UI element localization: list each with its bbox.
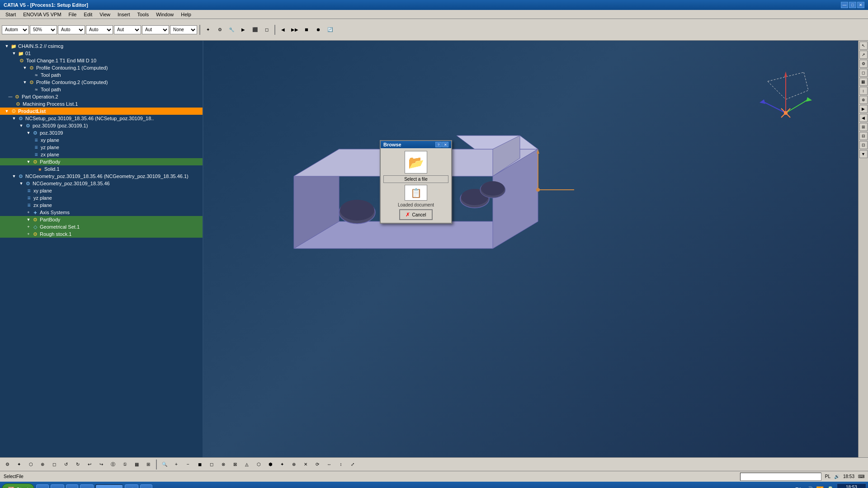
right-btn-10[interactable]: ⊞ xyxy=(859,123,868,131)
tree-item-axissystems[interactable]: + Axis Systems xyxy=(0,209,203,216)
expand-partbody1[interactable]: ▼ xyxy=(25,159,32,165)
taskbar-item-chrome[interactable]: ◎ xyxy=(66,484,78,488)
bottom-btn-10[interactable]: ⓪ xyxy=(108,460,118,469)
right-btn-9[interactable]: ◀ xyxy=(859,114,868,122)
tree-item-zx2[interactable]: zx plane xyxy=(0,202,203,209)
bottom-btn-7[interactable]: ↻ xyxy=(72,460,83,469)
start-button[interactable]: 🪟 Start xyxy=(2,483,34,488)
tree-item-profile1[interactable]: ▼ Profile Contouring.1 (Computed) xyxy=(0,64,203,71)
bottom-btn-11[interactable]: ① xyxy=(119,460,130,469)
right-btn-2[interactable]: ↗ xyxy=(859,51,868,59)
toolbar-btn-2[interactable]: ⚙ xyxy=(214,25,225,35)
tree-item-roughstock[interactable]: + Rough stock.1 xyxy=(0,230,203,238)
toolbar-auto2-dropdown[interactable]: Auto xyxy=(86,25,113,34)
dialog-select-file-btn[interactable]: Select a file xyxy=(383,175,448,183)
bottom-btn-27[interactable]: ⟳ xyxy=(312,460,323,469)
tree-item-01[interactable]: ▼ 01 xyxy=(0,50,203,57)
systray-network[interactable]: 📶 xyxy=(816,486,824,488)
maximize-btn[interactable]: □ xyxy=(849,2,856,8)
expand-ncsetup[interactable]: ▼ xyxy=(11,115,17,122)
expand-profile1[interactable]: ▼ xyxy=(22,65,28,71)
toolbar-aut2-dropdown[interactable]: Aut xyxy=(142,25,169,34)
expand-roughstock[interactable]: + xyxy=(25,231,32,237)
tree-item-poz30109-1[interactable]: ▼ ⚙ poz.30109 (poz.30109.1) xyxy=(0,122,203,129)
taskbar-item-app3[interactable]: ⚙ xyxy=(140,484,152,488)
bottom-btn-29[interactable]: ↕ xyxy=(335,460,346,469)
toolbar-btn-11[interactable]: 🔄 xyxy=(325,25,335,35)
tree-item-zx1[interactable]: zx plane xyxy=(0,151,203,158)
expand-partop2[interactable]: — xyxy=(7,94,14,100)
right-btn-13[interactable]: ▼ xyxy=(859,150,868,158)
bottom-btn-5[interactable]: ◻ xyxy=(49,460,60,469)
viewport[interactable]: Browse ? ✕ 📂 Select a file 📋 Loaded docu… xyxy=(203,41,858,457)
dialog-close-btn[interactable]: ✕ xyxy=(442,142,448,147)
right-btn-1[interactable]: ↖ xyxy=(859,42,868,50)
toolbar-btn-5[interactable]: ⬛ xyxy=(250,25,260,35)
expand-chain[interactable]: ▼ xyxy=(4,43,10,49)
bottom-btn-12[interactable]: ▦ xyxy=(131,460,142,469)
close-btn[interactable]: ✕ xyxy=(857,2,864,8)
bottom-btn-23[interactable]: ⬢ xyxy=(265,460,276,469)
tree-item-xy1[interactable]: xy plane xyxy=(0,136,203,144)
status-input[interactable] xyxy=(740,473,821,481)
menu-file[interactable]: File xyxy=(65,10,80,19)
menu-start[interactable]: Start xyxy=(2,10,19,19)
tree-item-toolpath2[interactable]: ≈ Tool path xyxy=(0,86,203,93)
systray-volume[interactable]: 🔊 xyxy=(806,486,813,488)
bottom-btn-1[interactable]: ⚙ xyxy=(2,460,13,469)
menu-edit[interactable]: Edit xyxy=(80,10,96,19)
tree-item-productlist[interactable]: ▼ ⚙ ProductList xyxy=(0,108,203,115)
taskbar-item-app2[interactable]: ☕ xyxy=(125,484,138,488)
right-btn-6[interactable]: ↕ xyxy=(859,87,868,95)
tree-item-yz1[interactable]: yz plane xyxy=(0,144,203,151)
bottom-btn-21[interactable]: ◬ xyxy=(241,460,252,469)
toolbar-btn-8[interactable]: ▶▶ xyxy=(289,25,300,35)
tree-item-ncsetup[interactable]: ▼ ⚙ NCSetup_poz.30109_18.35.46 (NCSetup_… xyxy=(0,115,203,122)
tree-item-partbody2[interactable]: ▼ PartBody xyxy=(0,216,203,223)
menu-help[interactable]: Help xyxy=(177,10,195,19)
tree-item-toolpath1[interactable]: ≈ Tool path xyxy=(0,71,203,79)
tree-item-poz30109[interactable]: ▼ ⚙ poz.30109 xyxy=(0,129,203,136)
tree-item-yz2[interactable]: yz plane xyxy=(0,194,203,202)
bottom-btn-26[interactable]: ✕ xyxy=(300,460,311,469)
toolbar-btn-9[interactable]: ⏹ xyxy=(301,25,312,35)
menu-insert[interactable]: Insert xyxy=(114,10,134,19)
right-btn-5[interactable]: ▦ xyxy=(859,78,868,86)
expand-partbody2[interactable]: ▼ xyxy=(25,216,32,223)
bottom-btn-4[interactable]: ⊕ xyxy=(37,460,48,469)
menu-tools[interactable]: Tools xyxy=(133,10,152,19)
bottom-btn-17[interactable]: ◼ xyxy=(194,460,205,469)
expand-ncgeometry[interactable]: ▼ xyxy=(18,180,24,187)
expand-poz30109-1[interactable]: ▼ xyxy=(18,122,24,129)
toolbar-aut1-dropdown[interactable]: Aut xyxy=(114,25,141,34)
expand-01[interactable]: ▼ xyxy=(11,50,17,56)
tree-item-machlist[interactable]: Machining Process List.1 xyxy=(0,100,203,108)
taskbar-item-catia[interactable]: CATIA V5 xyxy=(95,484,123,488)
tree-panel[interactable]: ▼ CHAIN.S.2 // csimcg ▼ 01 Tool Change.1… xyxy=(0,41,203,457)
tree-item-toolchange[interactable]: Tool Change.1 T1 End Mill D 10 xyxy=(0,57,203,64)
expand-productlist[interactable]: ▼ xyxy=(4,108,10,114)
right-btn-3[interactable]: ⚙ xyxy=(859,60,868,68)
tree-item-ncgeometry[interactable]: ▼ ⚙ NCGeometry_poz.30109_18.35.46 xyxy=(0,180,203,187)
bottom-btn-3[interactable]: ⬡ xyxy=(25,460,36,469)
toolbar-btn-6[interactable]: ◻ xyxy=(261,25,272,35)
dialog-cancel-btn[interactable]: ✗ Cancel xyxy=(399,209,432,220)
bottom-btn-30[interactable]: ⤢ xyxy=(347,460,358,469)
tree-item-chain[interactable]: ▼ CHAIN.S.2 // csimcg xyxy=(0,42,203,50)
expand-poz30109[interactable]: ▼ xyxy=(25,130,32,136)
toolbar-btn-7[interactable]: ◀ xyxy=(278,25,288,35)
tree-item-ncgeometry-full[interactable]: ▼ ⚙ NCGeometry_poz.30109_18.35.46 (NCGeo… xyxy=(0,173,203,180)
taskbar-item-files[interactable]: 📂 xyxy=(80,484,94,488)
bottom-btn-19[interactable]: ⊗ xyxy=(218,460,229,469)
expand-ncgeometry-full[interactable]: ▼ xyxy=(11,173,17,179)
system-clock[interactable]: 18:532015-10-14 xyxy=(837,483,866,488)
right-btn-11[interactable]: ⊟ xyxy=(859,132,868,140)
right-btn-4[interactable]: ◻ xyxy=(859,69,868,77)
bottom-btn-24[interactable]: ✦ xyxy=(277,460,288,469)
expand-profile2[interactable]: ▼ xyxy=(22,79,28,85)
tree-item-profile2[interactable]: ▼ Profile Contouring.2 (Computed) xyxy=(0,79,203,86)
toolbar-autom-dropdown[interactable]: Autom xyxy=(2,25,29,34)
bottom-btn-9[interactable]: ↪ xyxy=(96,460,107,469)
tree-item-geomset[interactable]: + Geometrical Set.1 xyxy=(0,223,203,230)
right-btn-8[interactable]: ▶ xyxy=(859,105,868,113)
